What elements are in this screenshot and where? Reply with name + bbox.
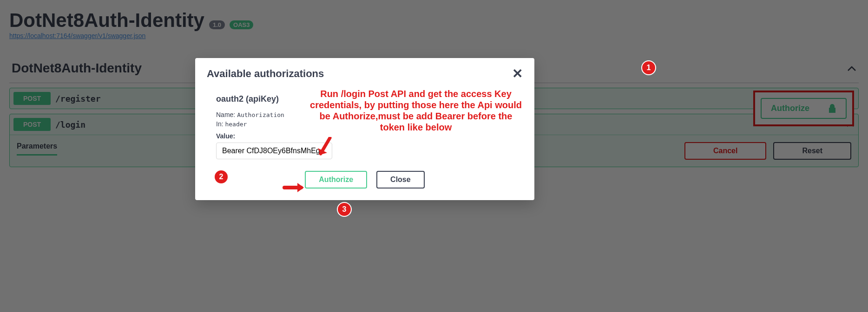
annotation-arrow-icon [283, 181, 305, 194]
modal-close-button[interactable]: Close [376, 171, 425, 188]
modal-authorize-button[interactable]: Authorize [305, 171, 367, 188]
auth-name-value: Authorization [237, 111, 284, 118]
auth-name-label: Name: [216, 111, 235, 118]
annotation-arrow-icon [316, 137, 335, 156]
annotation-instructions: Run /login Post API and get the access K… [307, 88, 525, 133]
value-label: Value: [216, 132, 513, 140]
annotation-step-3: 3 [337, 202, 352, 217]
close-icon[interactable]: ✕ [512, 67, 523, 80]
auth-value-input[interactable] [216, 143, 332, 159]
auth-in-value: header [225, 121, 247, 128]
annotation-step-1: 1 [641, 60, 656, 75]
modal-actions: Authorize Close [216, 171, 513, 188]
auth-in-label: In: [216, 120, 224, 128]
annotation-step-2: 2 [214, 169, 229, 184]
modal-title: Available authorizations [207, 68, 324, 80]
